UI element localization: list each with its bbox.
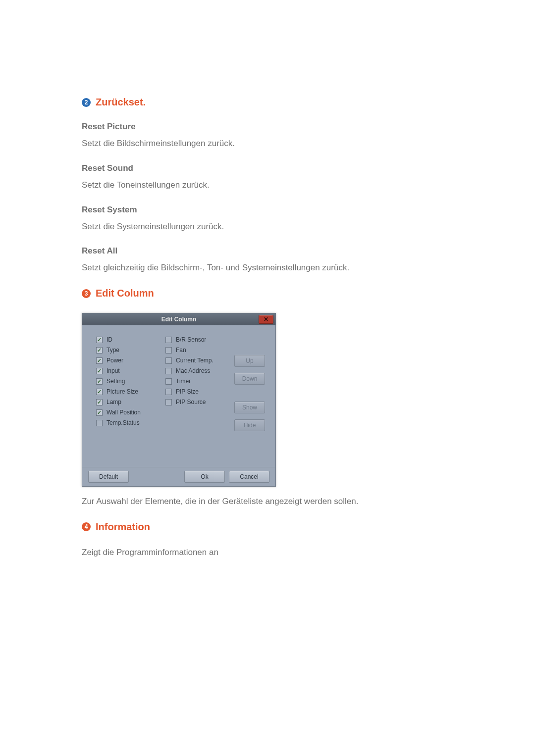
column-row[interactable]: Fan — [165, 347, 231, 353]
section4-desc: Zeigt die Programminformationen an — [82, 547, 456, 558]
column-label: PIP Size — [176, 388, 199, 395]
dialog-footer: Default Ok Cancel — [82, 467, 275, 486]
dialog-titlebar: Edit Column ✕ — [82, 313, 275, 325]
column-label: B/R Sensor — [176, 336, 206, 343]
column-label: Mac Address — [176, 367, 210, 374]
checkbox-icon[interactable] — [96, 420, 103, 426]
column-label: Power — [107, 357, 123, 364]
checkbox-icon[interactable] — [165, 337, 172, 343]
ok-button[interactable]: Ok — [184, 471, 225, 483]
default-button[interactable]: Default — [88, 471, 129, 483]
checkbox-icon[interactable] — [165, 347, 172, 353]
checkbox-icon[interactable] — [96, 378, 103, 385]
badge-2: 2 — [82, 98, 91, 107]
checkbox-icon[interactable] — [165, 357, 172, 364]
column-row[interactable]: Type — [96, 347, 165, 353]
column-label: Picture Size — [107, 388, 138, 395]
content: 2 Zurückset. Reset Picture Setzt die Bil… — [0, 0, 535, 558]
section2-heading: 2 Zurückset. — [82, 97, 456, 108]
column-row[interactable]: Wall Position — [96, 409, 165, 416]
badge-4: 4 — [82, 522, 91, 531]
show-button[interactable]: Show — [234, 402, 265, 413]
column-label: Type — [107, 347, 119, 353]
column-row[interactable]: ID — [96, 336, 165, 343]
column-row[interactable]: Temp.Status — [96, 419, 165, 426]
column-label: PIP Source — [176, 399, 206, 405]
checkbox-icon[interactable] — [165, 399, 172, 405]
column-label: Wall Position — [107, 409, 141, 416]
dialog-side-buttons: Up Down Show Hide — [231, 336, 268, 460]
checkbox-icon[interactable] — [96, 399, 103, 405]
column-row[interactable]: PIP Source — [165, 399, 231, 405]
checkbox-icon[interactable] — [96, 368, 103, 374]
column-row[interactable]: Current Temp. — [165, 357, 231, 364]
section3-title: Edit Column — [96, 288, 154, 299]
column-row[interactable]: Picture Size — [96, 388, 165, 395]
column-row[interactable]: Timer — [165, 378, 231, 385]
checkbox-icon[interactable] — [96, 409, 103, 416]
reset-sound-title: Reset Sound — [82, 163, 456, 173]
checkbox-icon[interactable] — [96, 337, 103, 343]
reset-sound-desc: Setzt die Toneinstellungen zurück. — [82, 179, 456, 191]
checkbox-icon[interactable] — [96, 347, 103, 353]
checkbox-icon[interactable] — [96, 357, 103, 364]
column-label: Input — [107, 367, 120, 374]
edit-column-dialog: Edit Column ✕ ID Type — [82, 313, 276, 487]
dialog-body: ID Type Power Input — [82, 325, 275, 467]
column-row[interactable]: PIP Size — [165, 388, 231, 395]
checkbox-icon[interactable] — [96, 389, 103, 395]
checkbox-icon[interactable] — [165, 378, 172, 385]
column-label: Lamp — [107, 399, 121, 405]
dialog-title: Edit Column — [161, 316, 197, 323]
column-row[interactable]: Power — [96, 357, 165, 364]
checkbox-icon[interactable] — [165, 389, 172, 395]
reset-picture-title: Reset Picture — [82, 122, 456, 132]
column-label: Fan — [176, 347, 186, 353]
badge-3: 3 — [82, 289, 91, 298]
page: 2 Zurückset. Reset Picture Setzt die Bil… — [0, 0, 535, 756]
column-label: ID — [107, 336, 112, 343]
hide-button[interactable]: Hide — [234, 419, 265, 431]
column-label: Timer — [176, 378, 191, 385]
reset-system-title: Reset System — [82, 205, 456, 215]
reset-all-desc: Setzt gleichzeitig die Bildschirm-, Ton-… — [82, 262, 456, 274]
reset-picture-desc: Setzt die Bildschirmeinstellungen zurück… — [82, 138, 456, 150]
section4-heading: 4 Information — [82, 521, 456, 533]
column-row[interactable]: B/R Sensor — [165, 336, 231, 343]
column-label: Current Temp. — [176, 357, 214, 364]
checkbox-icon[interactable] — [165, 368, 172, 374]
column-list-left: ID Type Power Input — [89, 336, 165, 460]
column-label: Temp.Status — [107, 419, 140, 426]
column-row[interactable]: Input — [96, 367, 165, 374]
reset-system-desc: Setzt die Systemeinstellungen zurück. — [82, 221, 456, 233]
column-label: Setting — [107, 378, 125, 385]
dialog-close-button[interactable]: ✕ — [259, 315, 273, 324]
cancel-button[interactable]: Cancel — [229, 471, 269, 483]
section2-title: Zurückset. — [96, 97, 146, 108]
up-button[interactable]: Up — [234, 355, 265, 367]
reset-all-title: Reset All — [82, 246, 456, 256]
section3-heading: 3 Edit Column — [82, 288, 456, 299]
column-row[interactable]: Lamp — [96, 399, 165, 405]
column-list-mid: B/R Sensor Fan Current Temp. Mac Address — [165, 336, 231, 460]
section4-title: Information — [96, 521, 150, 533]
close-icon: ✕ — [264, 316, 268, 323]
column-row[interactable]: Mac Address — [165, 367, 231, 374]
section3-caption: Zur Auswahl der Elemente, die in der Ger… — [82, 496, 456, 507]
column-row[interactable]: Setting — [96, 378, 165, 385]
down-button[interactable]: Down — [234, 373, 265, 385]
